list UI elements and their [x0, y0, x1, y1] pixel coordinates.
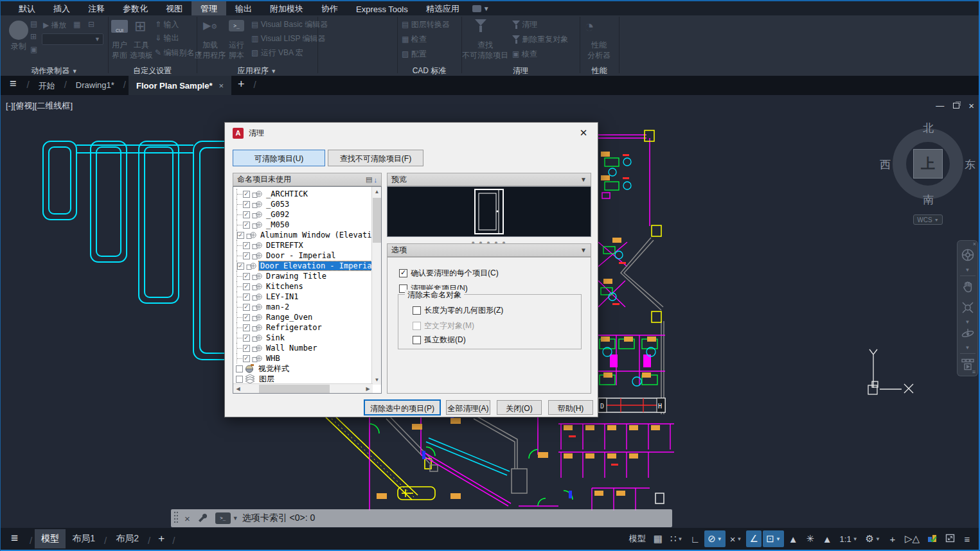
document-tab-1[interactable]: Drawing1* [69, 76, 121, 95]
annotation-visibility-icon[interactable]: ▲ [785, 530, 801, 547]
tab-find-non-purgeable[interactable]: 查找不可清除项目(F) [328, 150, 423, 166]
item-checkbox-icon[interactable] [243, 335, 250, 342]
purge-item-row[interactable]: LEY-IN1 [233, 292, 373, 302]
viewcube-east[interactable]: 东 [965, 157, 976, 172]
chevron-down-icon[interactable]: ▼ [776, 536, 781, 542]
scrollbar-thumb[interactable] [373, 198, 381, 243]
item-checkbox-icon[interactable] [243, 273, 250, 280]
settings-gear-icon[interactable]: ⚙▼ [862, 530, 884, 547]
item-label[interactable]: LEY-IN1 [265, 292, 300, 301]
viewcube-west[interactable]: 西 [880, 157, 891, 172]
model-badge[interactable]: 模型 [626, 530, 649, 547]
purge-item-row[interactable]: Drawing Title [233, 271, 373, 281]
user-interface-button[interactable]: CUI [111, 20, 128, 33]
purge-button[interactable]: 清理 [512, 19, 537, 30]
item-checkbox-icon[interactable] [243, 314, 250, 321]
customize-menu-icon[interactable]: ≡ [959, 530, 975, 547]
purge-item-row[interactable]: Door Elevation - Imperial [233, 261, 373, 271]
user-prompt-icon[interactable]: ▣ [30, 45, 37, 54]
purge-item-row[interactable]: _ARCHTICK [233, 189, 373, 199]
ribbon-tab-10[interactable]: 精选应用 [417, 1, 468, 15]
document-tab-0[interactable]: 开始 [32, 76, 62, 95]
item-label[interactable]: DETREFTX [265, 241, 305, 250]
item-label[interactable]: Aluminum Window (Elevation) [259, 231, 373, 240]
run-script-icon[interactable]: >_ [229, 20, 244, 31]
load-application-icon[interactable]: ▶⚙ [203, 19, 217, 31]
isodraft-icon[interactable]: ×▼ [727, 530, 745, 547]
chevron-down-icon[interactable]: ▼ [717, 536, 722, 542]
viewcube[interactable]: 上 北 南 西 东 [893, 128, 963, 199]
zoom-icon[interactable] [961, 301, 975, 317]
manage-macros-icon[interactable]: ⊟ [88, 20, 94, 29]
ribbon-tab-4[interactable]: 视图 [157, 1, 192, 15]
item-label[interactable]: Drawing Title [265, 272, 328, 281]
item-label[interactable]: Door - Imperial [265, 251, 337, 260]
purge-item-row[interactable]: Range_Oven [233, 312, 373, 322]
snap-icon[interactable]: ∷▼ [667, 530, 686, 547]
audit-button[interactable]: ▣ 核查 [512, 49, 537, 60]
item-checkbox-icon[interactable] [243, 283, 250, 290]
ribbon-tab-3[interactable]: 参数化 [114, 1, 157, 15]
hamburger-menu-icon[interactable]: ≡ [1, 76, 24, 95]
item-label[interactable]: _ARCHTICK [265, 189, 309, 198]
purge-item-row[interactable]: Aluminum Window (Elevation) [233, 230, 373, 240]
vertical-scrollbar[interactable]: ▲ ▼ [371, 187, 381, 385]
command-line-bar[interactable]: × >_ ▼ 选项卡索引 <0>: 0 [171, 509, 672, 527]
orbit-icon[interactable] [960, 328, 976, 343]
delete-duplicates-button[interactable]: 删除重复对象 [512, 34, 568, 45]
restore-icon[interactable] [953, 103, 959, 109]
pan-hand-icon[interactable] [961, 280, 975, 297]
purge-item-row[interactable]: Wall Number [233, 343, 373, 353]
scroll-left-icon[interactable]: ◀ [233, 384, 243, 394]
model-tab[interactable]: 模型 [35, 529, 66, 548]
viewcube-north[interactable]: 北 [923, 121, 934, 136]
check-standards-button[interactable]: ▦ 检查 [402, 34, 427, 45]
item-checkbox-icon[interactable] [243, 345, 250, 352]
category-label[interactable]: 图层 [258, 374, 276, 385]
action-macro-select[interactable]: ▼ [42, 33, 103, 45]
export-customization-button[interactable]: ⇓ 输出 [155, 33, 179, 44]
ribbon-tab-5[interactable]: 管理 [192, 1, 226, 15]
run-vba-macro-button[interactable]: ▧ 运行 VBA 宏 [251, 48, 303, 58]
annotation-autoscale-icon[interactable]: ✳ [803, 530, 818, 547]
document-tab-2[interactable]: Floor Plan Sample*× [129, 76, 231, 95]
layer-translator-button[interactable]: ▤ 图层转换器 [402, 19, 450, 30]
visual-basic-editor-button[interactable]: ▤ Visual Basic 编辑器 [251, 19, 328, 30]
chevron-down-icon[interactable]: ▼ [678, 536, 683, 542]
item-label[interactable]: Range_Oven [265, 313, 314, 322]
options-header[interactable]: 选项▼ [387, 243, 591, 257]
item-label[interactable]: man-2 [265, 302, 290, 311]
ribbon-tab-1[interactable]: 插入 [44, 1, 79, 15]
help-button[interactable]: 帮助(H) [548, 400, 593, 415]
ribbon-tab-2[interactable]: 注释 [79, 1, 114, 15]
purge-checked-items-button[interactable]: 清除选中的项目(P) [364, 400, 440, 415]
dialog-title-bar[interactable]: A 清理 ✕ [225, 123, 598, 143]
category-checkbox-icon[interactable] [236, 365, 243, 372]
item-label[interactable]: _M050 [265, 220, 290, 229]
scroll-right-icon[interactable]: ▶ [363, 384, 373, 394]
configure-standards-button[interactable]: ▨ 配置 [402, 49, 427, 60]
chevron-down-icon[interactable]: ▼ [875, 536, 880, 542]
tab-purgeable-items[interactable]: 可清除项目(U) [233, 150, 325, 166]
tab-close-icon[interactable]: × [219, 81, 224, 91]
dialog-close-icon[interactable]: ✕ [575, 126, 592, 140]
command-prompt-text[interactable]: 选项卡索引 <0>: 0 [242, 512, 316, 524]
item-checkbox-icon[interactable] [243, 222, 250, 229]
item-label[interactable]: _G092 [265, 210, 290, 219]
wcs-selector[interactable]: WCS▼ [913, 214, 943, 225]
purge-item-row[interactable]: DETREFTX [233, 240, 373, 250]
item-checkbox-icon[interactable] [243, 242, 250, 249]
chevron-down-icon[interactable]: ▼ [233, 515, 238, 521]
item-checkbox-icon[interactable] [243, 252, 250, 259]
layout2-tab[interactable]: 布局2 [109, 529, 145, 548]
annotation-scale-icon[interactable]: ▲ [819, 530, 835, 547]
ribbon-display-toggle[interactable]: ▼ [472, 1, 490, 15]
play-button[interactable]: ▶ 播放 [43, 20, 67, 31]
purge-item-row[interactable]: _M050 [233, 220, 373, 230]
purge-all-button[interactable]: 全部清理(A) [446, 400, 490, 415]
purge-item-row[interactable]: _G092 [233, 209, 373, 220]
item-checkbox-icon[interactable] [243, 304, 250, 311]
new-layout-icon[interactable]: + [153, 530, 170, 548]
new-drawing-tab-icon[interactable]: + [231, 76, 251, 95]
ortho-icon[interactable]: ∟ [687, 530, 703, 547]
